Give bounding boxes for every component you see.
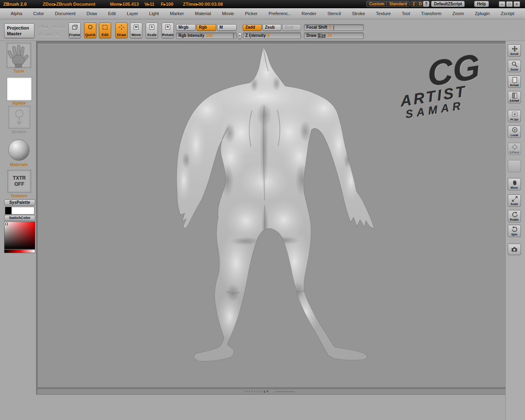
slider-thumb[interactable] (233, 33, 234, 38)
scale-tool-label: Scale (511, 203, 518, 206)
menu-stencil[interactable]: Stencil (327, 11, 341, 16)
m-button[interactable]: M (217, 24, 237, 31)
syspalette-button[interactable]: SysPalette (4, 199, 35, 205)
sculpt-figure[interactable] (161, 45, 382, 373)
rotate-tool-label: Rotate (510, 218, 519, 221)
defaultzscript-button[interactable]: DefaultZScript (431, 1, 465, 7)
projection-master-button[interactable]: Projection Master (4, 23, 34, 38)
menu-layer[interactable]: Layer (127, 11, 138, 16)
canvas[interactable]: CG ARTIST SAMAR (37, 43, 506, 388)
help-button[interactable]: Help (474, 1, 489, 7)
aahalf-button[interactable]: AAHalf (508, 91, 521, 103)
help-question-button[interactable]: ? (423, 1, 429, 7)
color-picker-marker[interactable] (5, 223, 8, 225)
menu-zplugin[interactable]: Zplugin (475, 11, 490, 16)
zbrush-app: ZBrush 2.0 ZDoc▸ZBrush Document Mem▸105.… (0, 0, 525, 420)
material-label[interactable]: Material▾ (3, 162, 34, 167)
draw-button[interactable]: Draw (115, 23, 128, 38)
menu-zoom[interactable]: Zoom (452, 11, 464, 16)
intensity-mini-button[interactable] (238, 32, 242, 39)
menu-draw[interactable]: Draw (87, 11, 97, 16)
rotate-button[interactable]: R Rotate (162, 23, 174, 38)
spin-button[interactable]: Spin (508, 225, 521, 237)
frame-button[interactable]: Frame (68, 23, 81, 38)
document-frame: CG ARTIST SAMAR ▲▼ (36, 41, 507, 395)
zoom-button[interactable]: Zoom (508, 60, 521, 72)
texture-label-text: Texture (11, 194, 25, 198)
rotate-tool-button[interactable]: Rotate (508, 210, 521, 222)
hue-strip[interactable] (4, 249, 35, 253)
standard-button[interactable]: Standard (386, 1, 410, 7)
menu-alpha[interactable]: Alpha (11, 11, 22, 16)
color-picker[interactable] (4, 221, 35, 249)
alpha-label[interactable]: Alpha▾ (3, 101, 34, 105)
menu-movie[interactable]: Movie (222, 11, 234, 16)
rotate-key-icon: R (165, 25, 170, 30)
switchcolor-button[interactable]: SwitchColor (4, 215, 35, 221)
zsub-button[interactable]: Zsub (262, 24, 281, 31)
chevron-down-icon: ▾ (24, 130, 26, 134)
stroke-thumbnail (8, 106, 30, 129)
scrollbar-line (275, 391, 295, 392)
menu-document[interactable]: Document (55, 11, 75, 16)
color-swatch-secondary[interactable] (11, 207, 34, 215)
scale-button[interactable]: S Scale (146, 23, 158, 38)
menu-light[interactable]: Light (149, 11, 159, 16)
scale-tool-button[interactable]: Scale (508, 194, 521, 207)
menu-transform[interactable]: Transform (421, 11, 441, 16)
z-intensity-value: 9 (267, 33, 270, 38)
menu-stroke[interactable]: Stroke (352, 11, 365, 16)
color-swatch-primary[interactable] (5, 207, 11, 215)
move-tool-button[interactable]: Move (508, 178, 521, 190)
draw-size-slider[interactable]: Draw Size24 (304, 32, 364, 39)
menu-bar: Alpha Color Document Draw Edit Layer Lig… (0, 8, 525, 19)
texture-thumbnail[interactable]: TXTR OFF (7, 170, 31, 193)
quick-button[interactable]: Quick (84, 23, 96, 38)
pmal-label: PMal (39, 25, 48, 29)
txtr-text-1: TXTR (13, 175, 25, 181)
menu-zscript[interactable]: Zscript (501, 11, 514, 16)
move-button[interactable]: M Move (130, 23, 142, 38)
actual-button[interactable]: Actual (508, 75, 521, 88)
window-close-button[interactable]: × (514, 1, 520, 7)
canvas-scrollbar[interactable]: ▲▼ (37, 389, 506, 394)
scrollbar-arrows-icon[interactable]: ▲▼ (263, 390, 269, 393)
menu-material[interactable]: Material (195, 11, 211, 16)
draw-size-label: Size (317, 33, 326, 38)
mrgb-button[interactable]: Mrgb (176, 24, 196, 31)
menu-tool[interactable]: Tool (402, 11, 410, 16)
window-minimize-button[interactable]: − (499, 1, 505, 7)
tool-thumbnail[interactable] (7, 43, 31, 68)
slider-thumb[interactable] (250, 33, 251, 38)
texture-label[interactable]: Texture▾ (3, 194, 34, 198)
menu-preferences[interactable]: Preferenc.. (269, 11, 291, 16)
rgb-button[interactable]: Rgb (196, 24, 216, 31)
local-button[interactable]: Local (508, 126, 521, 138)
slider-thumb[interactable] (333, 25, 334, 30)
edit-button[interactable]: Edit (99, 23, 111, 38)
window-maximize-button[interactable]: □ (506, 1, 513, 7)
menu-render[interactable]: Render (301, 11, 316, 16)
focal-shift-slider[interactable]: Focal Shift0 (304, 24, 364, 31)
point-select-icon (511, 111, 518, 118)
menu-marker[interactable]: Marker (170, 11, 184, 16)
ptsel-button[interactable]: Pt Sel (508, 110, 521, 122)
edit-label: Edit (102, 33, 109, 37)
rgb-intensity-slider[interactable]: Rgb Intensity100 (176, 32, 237, 39)
z-button[interactable]: Z (411, 1, 417, 7)
menu-texture[interactable]: Texture (376, 11, 391, 16)
crosshair-icon (119, 25, 124, 30)
material-thumbnail[interactable] (8, 139, 30, 161)
menu-edit[interactable]: Edit (108, 11, 116, 16)
menu-picker[interactable]: Picker (245, 11, 258, 16)
menu-color[interactable]: Color (33, 11, 44, 16)
alpha-thumbnail[interactable] (7, 77, 32, 101)
snapshot-button[interactable] (508, 244, 521, 255)
slider-thumb[interactable] (320, 33, 321, 38)
app-title: ZBrush 2.0 (3, 2, 27, 7)
zadd-button[interactable]: Zadd (243, 24, 262, 31)
scroll-button[interactable]: Scroll (508, 44, 521, 57)
z-intensity-slider[interactable]: Z Intensity9 (243, 32, 301, 39)
tool-label[interactable]: Tool▾ (3, 69, 34, 73)
custom-button[interactable]: Custom (366, 1, 387, 7)
